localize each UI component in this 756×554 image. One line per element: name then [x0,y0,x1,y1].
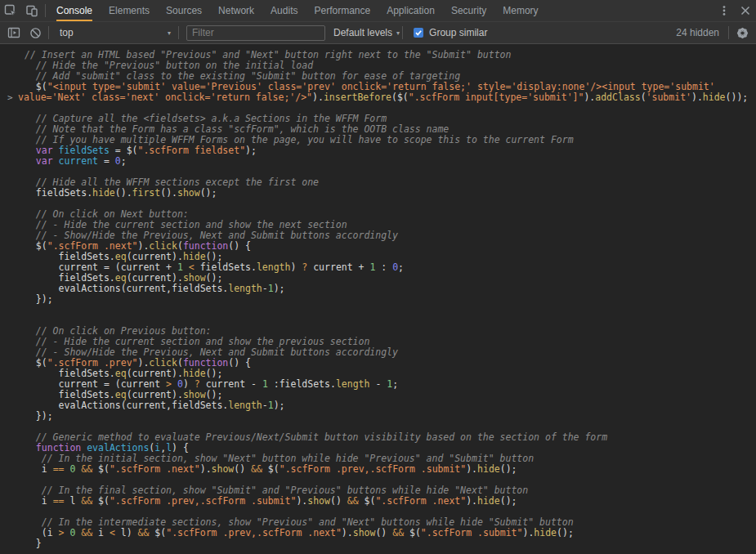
inspect-element-button[interactable] [0,0,21,21]
close-icon [740,6,750,16]
hidden-messages-count: 24 hidden [676,27,719,38]
clear-console-icon [29,27,42,39]
tab-application[interactable]: Application [378,0,443,21]
toolbar-separator [48,26,49,39]
tab-audits[interactable]: Audits [262,0,306,21]
tab-performance[interactable]: Performance [306,0,378,21]
code-line: (i > 0 && i < l) && $(".scfForm .prev,.s… [25,528,756,538]
tab-network[interactable]: Network [210,0,262,21]
close-devtools-button[interactable] [735,0,756,21]
tab-security[interactable]: Security [443,0,494,21]
code-line: }); [25,294,756,305]
code-line: value='Next' class='next' onclick='retur… [18,92,756,103]
show-console-sidebar-button[interactable] [3,26,25,39]
tab-console[interactable]: Console [48,0,101,21]
chevron-down-icon: ▾ [168,29,171,37]
javascript-context-dropdown[interactable]: top ▾ [55,25,176,41]
console-prompt-chevron: > [7,92,13,103]
gear-icon [736,27,749,39]
levels-label: Default levels [333,27,392,38]
group-similar-label: Group similar [429,27,487,38]
code-line: fieldSets.hide().first().show(); [25,188,756,199]
toggle-device-toolbar-button[interactable] [21,0,42,21]
code-line: var fieldSets = $(".scfForm fieldset"); [25,145,756,156]
code-line [25,305,756,315]
group-similar-toggle[interactable]: Group similar [414,27,487,38]
clear-console-button[interactable] [25,27,46,39]
code-line: } [25,538,756,549]
toolbar-separator [402,26,403,39]
console-filter-box [186,25,325,41]
code-line: evalActions(current,fieldSets.length-1); [25,400,756,411]
tabbar-separator [45,4,46,17]
panel-tabs: ConsoleElementsSourcesNetworkAuditsPerfo… [48,0,547,21]
context-selected-value: top [60,27,74,38]
checkbox-checked-icon [414,28,423,38]
console-settings-button[interactable] [731,27,753,39]
devtools-window: ConsoleElementsSourcesNetworkAuditsPerfo… [0,0,756,554]
log-levels-dropdown[interactable]: Default levels ▾ [333,27,400,38]
tab-elements[interactable]: Elements [101,0,158,21]
devtools-tabbar: ConsoleElementsSourcesNetworkAuditsPerfo… [0,0,756,22]
tab-sources[interactable]: Sources [158,0,210,21]
console-sidebar-icon [7,26,20,39]
devtools-menu-button[interactable] [714,0,735,21]
inspect-cursor-icon [4,4,17,17]
console-toolbar: top ▾ Default levels ▾ Group similar 24 … [0,22,756,44]
code-line: evalActions(current,fieldSets.length-1); [25,284,756,294]
console-input-code[interactable]: // Insert an HTML based "Previous" and "… [0,44,756,549]
toolbar-separator [728,26,729,39]
code-line: }); [25,411,756,422]
device-toolbar-icon [25,4,38,17]
code-line: i == 0 && $(".scfForm .next").show() && … [25,464,756,475]
filter-input[interactable] [192,27,320,38]
three-dot-menu-icon [718,5,730,16]
console-messages-area[interactable]: > // Insert an HTML based "Previous" and… [0,44,756,554]
toolbar-separator [178,26,179,39]
tab-memory[interactable]: Memory [494,0,546,21]
chevron-down-icon: ▾ [396,29,400,37]
code-line: i == l && $(".scfForm .prev,.scfForm .su… [25,496,756,507]
code-line: var current = 0; [25,156,756,167]
